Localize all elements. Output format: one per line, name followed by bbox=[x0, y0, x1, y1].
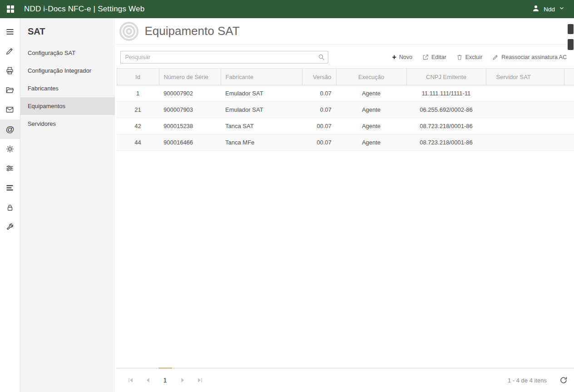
scrollbar-thumb[interactable] bbox=[568, 39, 574, 50]
column-header-cnpj[interactable]: CNPJ Emitente bbox=[406, 69, 486, 85]
folder-icon bbox=[5, 86, 14, 94]
edit-button[interactable]: Editar bbox=[422, 54, 446, 60]
reassign-signature-button[interactable]: Reassociar assinatura AC bbox=[492, 54, 567, 60]
sidebar-item-servidores[interactable]: Servidores bbox=[20, 115, 115, 133]
wrench-icon bbox=[5, 223, 14, 231]
cell-id: 44 bbox=[117, 134, 159, 151]
sidebar-title: SAT bbox=[20, 18, 115, 44]
grid-toolbar: + Novo Editar Excluir Reassociar assinat… bbox=[115, 45, 574, 68]
column-header-fabricante[interactable]: Fabricante bbox=[221, 69, 302, 85]
column-header-id[interactable]: Id bbox=[117, 69, 159, 85]
cell-serial: 900007903 bbox=[159, 102, 221, 118]
cell-versao: 0.07 bbox=[302, 85, 336, 102]
rail-item-tools[interactable] bbox=[0, 217, 20, 237]
first-page-icon bbox=[127, 377, 134, 384]
column-header-spacer bbox=[564, 69, 574, 85]
trash-icon bbox=[456, 54, 463, 60]
user-menu[interactable]: Ndd bbox=[532, 4, 574, 14]
rail-item-brush[interactable] bbox=[0, 41, 20, 61]
cell-servidor bbox=[486, 134, 564, 151]
menu-toggle[interactable] bbox=[0, 22, 20, 41]
cell-execucao: Agente bbox=[336, 118, 406, 134]
search-icon[interactable] bbox=[318, 54, 325, 63]
rail-item-mail[interactable] bbox=[0, 100, 20, 119]
icon-rail: @ bbox=[0, 18, 20, 392]
rail-item-security[interactable] bbox=[0, 198, 20, 217]
refresh-icon bbox=[559, 376, 568, 384]
top-bar: NDD i-Docs NFC-e | Settings Web Ndd bbox=[0, 0, 574, 18]
table-header-row: Id Número de Série Fabricante Versão Exe… bbox=[117, 69, 574, 85]
page-number-1[interactable]: 1 bbox=[158, 377, 172, 384]
column-header-versao[interactable]: Versão bbox=[302, 69, 336, 85]
last-page-button[interactable] bbox=[193, 373, 207, 387]
cell-servidor bbox=[486, 102, 564, 118]
table-row[interactable]: 1 900007902 Emulador SAT 0.07 Agente 11.… bbox=[117, 85, 574, 102]
search-input[interactable] bbox=[120, 51, 328, 64]
first-page-button[interactable] bbox=[124, 373, 138, 387]
cell-servidor bbox=[486, 118, 564, 134]
cell-serial: 900015238 bbox=[159, 118, 221, 134]
refresh-button[interactable] bbox=[559, 376, 568, 384]
rail-item-sat[interactable]: @ bbox=[0, 119, 20, 139]
new-button[interactable]: + Novo bbox=[392, 54, 412, 60]
printer-icon bbox=[5, 66, 14, 75]
app-launcher-button[interactable] bbox=[0, 0, 20, 18]
brush-icon bbox=[5, 47, 14, 55]
selected-page-indicator bbox=[158, 367, 172, 369]
at-icon: @ bbox=[6, 124, 15, 134]
cell-id: 42 bbox=[117, 118, 159, 134]
cell-versao: 00.07 bbox=[302, 134, 336, 151]
edit-icon bbox=[422, 54, 429, 60]
menu-icon bbox=[5, 27, 15, 36]
main-content: Equipamento SAT + Novo Editar bbox=[115, 18, 574, 392]
rail-item-printer[interactable] bbox=[0, 61, 20, 80]
delete-button[interactable]: Excluir bbox=[456, 54, 483, 60]
cell-cnpj: 08.723.218/0001-86 bbox=[406, 118, 486, 134]
sidebar-item-configuracao-integrador[interactable]: Configuração Integrador bbox=[20, 62, 115, 79]
cell-fabricante: Tanca MFe bbox=[221, 134, 302, 151]
cell-id: 21 bbox=[117, 102, 159, 118]
equipment-grid: Id Número de Série Fabricante Versão Exe… bbox=[115, 68, 574, 368]
last-page-icon bbox=[196, 377, 203, 384]
table-row[interactable]: 42 900015238 Tanca SAT 00.07 Agente 08.7… bbox=[117, 118, 574, 134]
scrollbar-arrow-block[interactable] bbox=[568, 24, 574, 34]
previous-page-icon bbox=[144, 377, 152, 384]
cell-cnpj: 11.111.111/1111-11 bbox=[406, 85, 486, 102]
lock-icon bbox=[6, 203, 14, 212]
cell-fabricante: Emulador SAT bbox=[221, 102, 302, 118]
gear-icon bbox=[5, 144, 15, 154]
table-row[interactable]: 44 900016466 Tanca MFe 00.07 Agente 08.7… bbox=[117, 134, 574, 151]
pager: 1 1 - 4 de 4 itens bbox=[117, 368, 574, 392]
rail-item-servers[interactable] bbox=[0, 178, 20, 198]
cell-servidor bbox=[486, 85, 564, 102]
column-header-numero-serie[interactable]: Número de Série bbox=[159, 69, 221, 85]
sidebar: SAT Configuração SAT Configuração Integr… bbox=[20, 18, 115, 392]
next-page-icon bbox=[179, 377, 186, 384]
column-header-servidor-sat[interactable]: Servidor SAT bbox=[486, 69, 564, 85]
next-page-button[interactable] bbox=[176, 373, 189, 387]
rail-item-folder[interactable] bbox=[0, 80, 20, 100]
sidebar-item-fabricantes[interactable]: Fabricantes bbox=[20, 79, 115, 97]
cell-execucao: Agente bbox=[336, 102, 406, 118]
cell-versao: 0.07 bbox=[302, 102, 336, 118]
search-box bbox=[120, 51, 328, 64]
cell-fabricante: Tanca SAT bbox=[221, 118, 302, 134]
app-title: NDD i-Docs NFC-e | Settings Web bbox=[24, 5, 144, 14]
user-name: Ndd bbox=[544, 6, 555, 13]
cell-serial: 900007902 bbox=[159, 85, 221, 102]
sidebar-item-configuracao-sat[interactable]: Configuração SAT bbox=[20, 44, 115, 62]
right-scrollbar bbox=[568, 24, 574, 50]
table-row[interactable]: 21 900007903 Emulador SAT 0.07 Agente 06… bbox=[117, 102, 574, 118]
previous-page-button[interactable] bbox=[141, 373, 155, 387]
pencil-icon bbox=[492, 54, 499, 60]
cell-execucao: Agente bbox=[336, 85, 406, 102]
rail-item-settings[interactable] bbox=[0, 139, 20, 159]
sidebar-item-equipamentos[interactable]: Equipamentos bbox=[20, 97, 115, 115]
mail-icon bbox=[5, 105, 14, 114]
column-header-execucao[interactable]: Execução bbox=[336, 69, 406, 85]
rail-item-parameters[interactable] bbox=[0, 159, 20, 178]
page-title: Equipamento SAT bbox=[145, 24, 240, 38]
cell-serial: 900016466 bbox=[159, 134, 221, 151]
waffle-icon bbox=[7, 5, 14, 13]
toolbar-buttons: + Novo Editar Excluir Reassociar assinat… bbox=[392, 54, 567, 60]
